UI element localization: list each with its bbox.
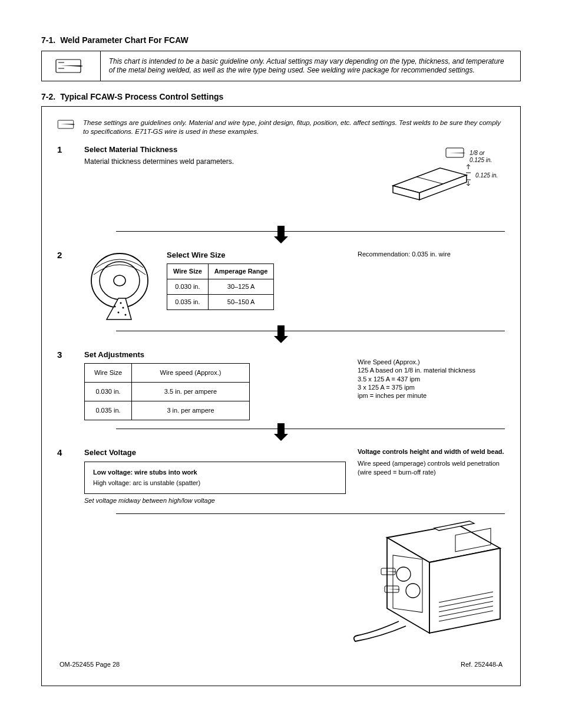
step-2-heading: Select Wire Size (167, 250, 346, 261)
down-arrow-1 (57, 225, 505, 246)
wire-size-table: Wire Size Amperage Range 0.030 in. 30–12… (167, 263, 274, 310)
section-title-7-2: Typical FCAW-S Process Control Settings (60, 92, 223, 101)
step-4-sidebar: Voltage controls height and width of wel… (358, 447, 505, 476)
wire-hdr-amp: Amperage Range (208, 264, 273, 279)
separator-4 (116, 513, 505, 514)
step-3-row: 3 Set Adjustments Wire Size Wire speed (… (57, 350, 505, 420)
step-2-row: 2 Select Wire Size Wire Size (57, 250, 505, 322)
section-num-7-2: 7-2. (41, 92, 55, 101)
down-arrow-3 (57, 422, 505, 444)
down-arrow-2 (57, 324, 505, 346)
pointing-finger-icon (57, 118, 77, 130)
footer-right: Ref. 252448-A (461, 661, 503, 668)
svg-text:0.125 in.: 0.125 in. (475, 172, 498, 179)
footer-left: OM-252455 Page 28 (59, 661, 120, 668)
section-7-2-title-row: 7-2. Typical FCAW-S Process Control Sett… (41, 92, 521, 101)
formula-table: Wire Size Wire speed (Approx.) 0.030 in.… (84, 363, 250, 420)
material-plate-illustration: 1/8 or 0.125 in. 0.125 in. (381, 144, 505, 223)
svg-point-12 (114, 305, 116, 307)
step-2-num: 2 (57, 250, 74, 260)
down-arrow-icon (272, 324, 290, 344)
footer-row: OM-252455 Page 28 Ref. 252448-A (57, 661, 505, 668)
step-3-heading: Set Adjustments (84, 350, 346, 360)
welder-illustration-row (57, 520, 505, 645)
svg-point-14 (123, 307, 124, 308)
voltage-sub: Set voltage midway between high/low volt… (84, 496, 346, 505)
wire-r2c1: 0.035 in. (167, 295, 209, 310)
step-1-num: 1 (57, 144, 74, 154)
wire-r1c2: 30–125 A (208, 279, 273, 295)
svg-text:0.125 in.: 0.125 in. (470, 157, 492, 163)
voltage-high: High voltage: arc is unstable (spatter) (93, 479, 337, 487)
down-arrow-icon (272, 422, 290, 442)
step-1-body: Material thickness determines weld param… (84, 157, 369, 166)
svg-point-19 (406, 584, 420, 598)
step-1-heading: Select Material Thickness (84, 144, 369, 155)
step-2-sidebar: Recommendation: 0.035 in. wire (358, 250, 505, 258)
intro-note-row: These settings are guidelines only. Mate… (57, 118, 505, 136)
ft-hdr-wire: Wire Size (85, 364, 132, 383)
svg-point-15 (120, 302, 122, 304)
main-content-box: These settings are guidelines only. Mate… (41, 106, 521, 686)
voltage-low: Low voltage: wire stubs into work (93, 468, 337, 477)
step-3-sidebar: Wire Speed (Approx.) 125 A based on 1/8 … (358, 350, 505, 400)
wire-hdr-size: Wire Size (167, 264, 209, 279)
step-3-num: 3 (57, 350, 74, 360)
pointing-finger-icon (55, 57, 87, 75)
ft-r2c1: 0.035 in. (85, 401, 132, 420)
ft-r1c1: 0.030 in. (85, 383, 132, 401)
wire-spool-illustration (84, 250, 155, 322)
section-title-7-1: Weld Parameter Chart For FCAW (60, 35, 189, 45)
voltage-box: Low voltage: wire stubs into work High v… (84, 462, 346, 495)
step-2-note: Recommendation: 0.035 in. wire (358, 251, 451, 258)
wire-r2c2: 50–150 A (208, 295, 273, 310)
svg-point-18 (396, 567, 411, 581)
intro-note-text: These settings are guidelines only. Mate… (83, 118, 505, 136)
note-box: This chart is intended to be a basic gui… (41, 51, 521, 81)
down-arrow-icon (272, 225, 290, 245)
note-text: This chart is intended to be a basic gui… (101, 51, 520, 81)
step-1-row: 1 Select Material Thickness Material thi… (57, 144, 505, 223)
section-7-1-title-row: 7-1. Weld Parameter Chart For FCAW (41, 35, 521, 45)
svg-point-11 (114, 275, 125, 286)
section-num-7-1: 7-1. (41, 35, 55, 45)
ft-r2c2: 3 in. per ampere (132, 401, 250, 420)
welder-illustration (352, 520, 505, 645)
ft-r1c2: 3.5 in. per ampere (132, 383, 250, 401)
ft-hdr-speed: Wire speed (Approx.) (132, 364, 250, 383)
step-4-heading: Select Voltage (84, 447, 346, 458)
svg-point-16 (125, 314, 127, 315)
step4-side-body: Wire speed (amperage) controls weld pene… (358, 459, 505, 476)
step-4-row: 4 Select Voltage Low voltage: wire stubs… (57, 447, 505, 505)
wire-r1c1: 0.030 in. (167, 279, 209, 295)
step-3-sidebar-text: Wire Speed (Approx.) 125 A based on 1/8 … (358, 358, 475, 399)
svg-text:1/8 or: 1/8 or (470, 150, 485, 156)
step-4-num: 4 (57, 447, 74, 457)
finger-icon-cell (42, 51, 101, 81)
svg-point-13 (118, 311, 120, 313)
step4-side-title: Voltage controls height and width of wel… (358, 447, 505, 456)
